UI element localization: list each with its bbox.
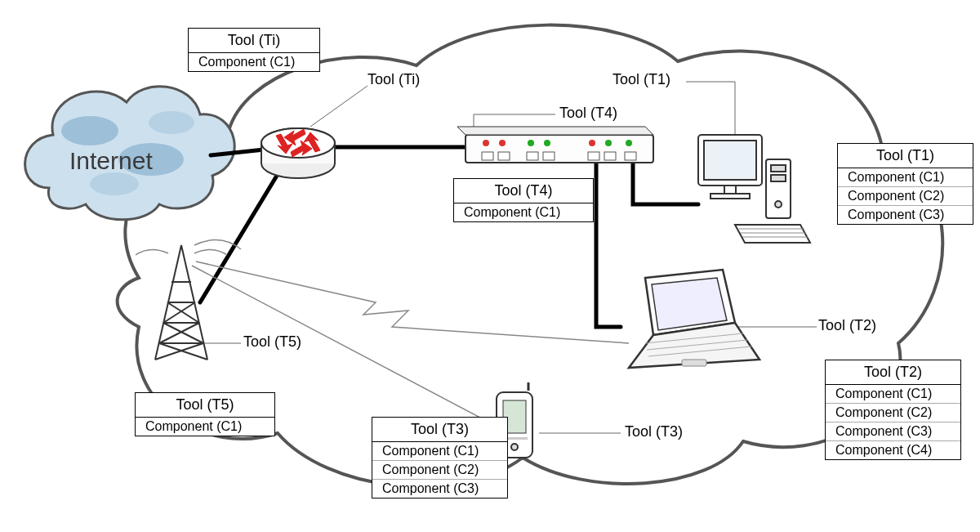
svg-point-3 — [90, 172, 139, 195]
tower-inline-label: Tool (T5) — [243, 333, 301, 351]
svg-line-46 — [647, 340, 747, 350]
svg-point-22 — [544, 140, 550, 146]
svg-marker-13 — [284, 129, 305, 145]
svg-rect-32 — [625, 152, 636, 160]
svg-point-25 — [626, 140, 632, 146]
svg-rect-48 — [682, 360, 706, 366]
ti-box-row: Component (C1) — [189, 53, 319, 71]
t1-box-row: Component (C2) — [838, 186, 973, 205]
switch-icon — [457, 127, 653, 163]
t2-box-title: Tool (T2) — [826, 360, 960, 385]
pc-inline-label: Tool (T1) — [612, 71, 670, 88]
svg-point-40 — [775, 201, 782, 208]
svg-line-55 — [181, 245, 207, 360]
svg-marker-16 — [304, 132, 320, 152]
svg-line-7 — [310, 86, 368, 127]
t2-box: Tool (T2) Component (C1) Component (C2) … — [825, 360, 961, 460]
ti-box-title: Tool (Ti) — [189, 29, 319, 53]
laptop-icon — [629, 270, 760, 368]
svg-marker-15 — [276, 134, 292, 154]
t4-box-row: Component (C1) — [454, 203, 593, 221]
svg-line-61 — [159, 343, 207, 360]
svg-rect-37 — [766, 159, 791, 218]
svg-rect-36 — [710, 194, 750, 199]
router-inline-label: Tool (Ti) — [368, 71, 420, 88]
t1-box-row: Component (C3) — [838, 205, 973, 224]
svg-line-64 — [163, 302, 195, 323]
svg-rect-28 — [527, 152, 538, 160]
svg-point-12 — [261, 128, 335, 158]
svg-rect-38 — [771, 165, 786, 172]
phone-inline-label: Tool (T3) — [625, 423, 683, 440]
t4-box-title: Tool (T4) — [454, 179, 593, 203]
router-icon — [261, 128, 335, 178]
t1-box: Tool (T1) Component (C1) Component (C2) … — [837, 143, 973, 225]
svg-marker-18 — [457, 127, 653, 135]
desktop-pc-icon — [698, 135, 810, 243]
svg-point-23 — [589, 140, 595, 146]
t2-box-row: Component (C4) — [826, 440, 960, 459]
svg-rect-39 — [771, 175, 786, 181]
svg-line-65 — [167, 302, 199, 323]
t5-box-title: Tool (T5) — [136, 393, 274, 418]
t5-box: Tool (T5) Component (C1) — [135, 392, 275, 436]
svg-line-63 — [163, 323, 203, 343]
switch-inline-label: Tool (T4) — [559, 105, 617, 122]
svg-rect-31 — [604, 152, 616, 160]
svg-rect-27 — [498, 152, 510, 160]
laptop-inline-label: Tool (T2) — [818, 317, 876, 334]
svg-line-62 — [159, 323, 199, 343]
svg-rect-34 — [704, 141, 756, 180]
svg-rect-30 — [588, 152, 599, 160]
radio-tower-icon — [136, 240, 241, 360]
ti-box: Tool (Ti) Component (C1) — [188, 28, 320, 72]
svg-rect-26 — [482, 152, 493, 160]
svg-point-51 — [511, 444, 518, 450]
svg-line-47 — [648, 346, 751, 356]
t5-box-row: Component (C1) — [136, 418, 274, 436]
svg-line-54 — [155, 245, 181, 360]
svg-line-45 — [645, 333, 743, 343]
t2-box-row: Component (C3) — [826, 422, 960, 440]
t3-box-title: Tool (T3) — [372, 418, 507, 442]
t1-box-title: Tool (T1) — [838, 144, 973, 168]
svg-marker-14 — [291, 141, 312, 157]
wireless-link-laptop — [196, 262, 629, 343]
t2-box-row: Component (C1) — [826, 385, 960, 403]
svg-line-6 — [200, 168, 282, 302]
t3-box-row: Component (C1) — [372, 442, 507, 460]
svg-point-21 — [528, 140, 534, 146]
leader-lines — [188, 82, 817, 433]
t2-box-row: Component (C2) — [826, 403, 960, 422]
internet-label: Internet — [69, 147, 153, 175]
svg-point-2 — [149, 111, 194, 134]
svg-point-11 — [261, 149, 335, 178]
svg-rect-29 — [543, 152, 555, 160]
t3-box-row: Component (C2) — [372, 460, 507, 479]
t3-box-row: Component (C3) — [372, 479, 507, 498]
svg-rect-33 — [698, 135, 762, 186]
svg-point-19 — [483, 140, 489, 146]
svg-rect-17 — [466, 135, 653, 163]
svg-point-20 — [499, 140, 506, 146]
svg-rect-35 — [724, 186, 736, 194]
svg-line-4 — [211, 149, 272, 155]
t4-box: Tool (T4) Component (C1) — [453, 178, 594, 222]
svg-marker-41 — [735, 225, 810, 243]
t3-box: Tool (T3) Component (C1) Component (C2) … — [372, 417, 508, 498]
thick-links — [200, 147, 698, 327]
t1-box-row: Component (C1) — [838, 168, 973, 186]
svg-point-24 — [605, 140, 612, 146]
svg-line-60 — [155, 343, 203, 360]
svg-point-0 — [61, 116, 118, 145]
